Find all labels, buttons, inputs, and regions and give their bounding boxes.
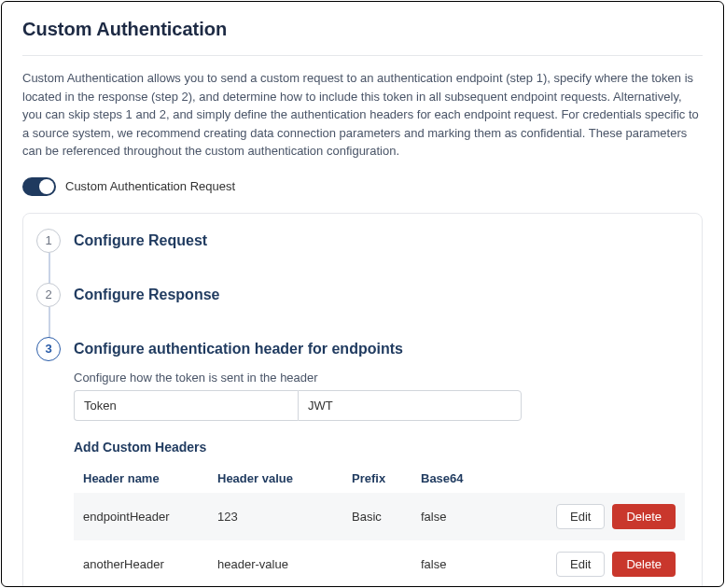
step-configure-request[interactable]: 1 Configure Request: [23, 214, 702, 268]
step-title-3: Configure authentication header for endp…: [74, 337, 685, 361]
token-header-value-input[interactable]: [298, 390, 522, 421]
page-title: Custom Authentication: [22, 19, 703, 40]
cell-prefix: Basic: [352, 510, 417, 524]
toggle-row: Custom Authentication Request: [22, 177, 703, 196]
steps-card: 1 Configure Request 2 Configure Response…: [22, 213, 703, 588]
description-text: Custom Authentication allows you to send…: [22, 69, 703, 161]
step-title-2: Configure Response: [74, 283, 219, 307]
step-title-1: Configure Request: [74, 229, 207, 253]
custom-auth-toggle[interactable]: [22, 177, 56, 196]
col-header-value: Header value: [217, 471, 348, 485]
step-badge-2: 2: [36, 283, 61, 307]
edit-button[interactable]: Edit: [556, 504, 605, 529]
step-badge-3: 3: [36, 337, 61, 361]
cell-name: endpointHeader: [83, 510, 214, 524]
edit-button[interactable]: Edit: [556, 552, 605, 577]
table-header-row: Header name Header value Prefix Base64: [74, 464, 685, 493]
cell-value: 123: [217, 510, 348, 524]
step-badge-1: 1: [36, 229, 61, 253]
header-input-row: [74, 390, 685, 421]
table-row: endpointHeader 123 Basic false Edit Dele…: [74, 493, 685, 540]
cell-base64: false: [421, 510, 523, 524]
custom-headers-table: Header name Header value Prefix Base64 e…: [74, 464, 685, 588]
step-configure-auth-header: 3 Configure authentication header for en…: [23, 322, 702, 588]
col-header-name: Header name: [83, 471, 214, 485]
delete-button[interactable]: Delete: [612, 504, 676, 529]
toggle-label: Custom Authentication Request: [65, 179, 235, 193]
col-header-prefix: Prefix: [352, 471, 417, 485]
step-configure-response[interactable]: 2 Configure Response: [23, 268, 702, 322]
step-subtext-3: Configure how the token is sent in the h…: [74, 371, 685, 385]
col-header-base64: Base64: [421, 471, 523, 485]
toggle-knob: [39, 179, 54, 194]
token-header-name-input[interactable]: [74, 390, 298, 421]
cell-value: header-value: [217, 557, 348, 571]
divider: [22, 55, 703, 56]
delete-button[interactable]: Delete: [612, 552, 676, 577]
table-row: anotherHeader header-value false Edit De…: [74, 540, 685, 588]
cell-name: anotherHeader: [83, 557, 214, 571]
add-custom-headers-title: Add Custom Headers: [74, 440, 685, 455]
cell-base64: false: [421, 557, 523, 571]
